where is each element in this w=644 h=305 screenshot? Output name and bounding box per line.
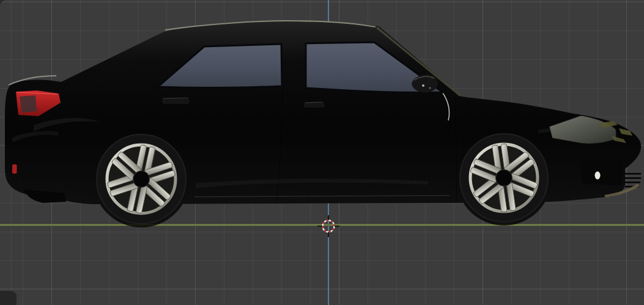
rear-wheel [97, 134, 186, 224]
fog-light [595, 172, 601, 180]
car-model[interactable] [0, 0, 644, 305]
foglight-recess [580, 160, 623, 186]
3d-cursor-icon [315, 213, 342, 240]
3d-viewport[interactable] [0, 0, 644, 305]
rear-reflector [12, 164, 17, 174]
editor-corner [0, 291, 17, 305]
front-wheel [460, 134, 548, 222]
front-door-handle [303, 102, 325, 108]
rear-door-handle [161, 98, 190, 105]
screenshot-stage [0, 0, 644, 305]
